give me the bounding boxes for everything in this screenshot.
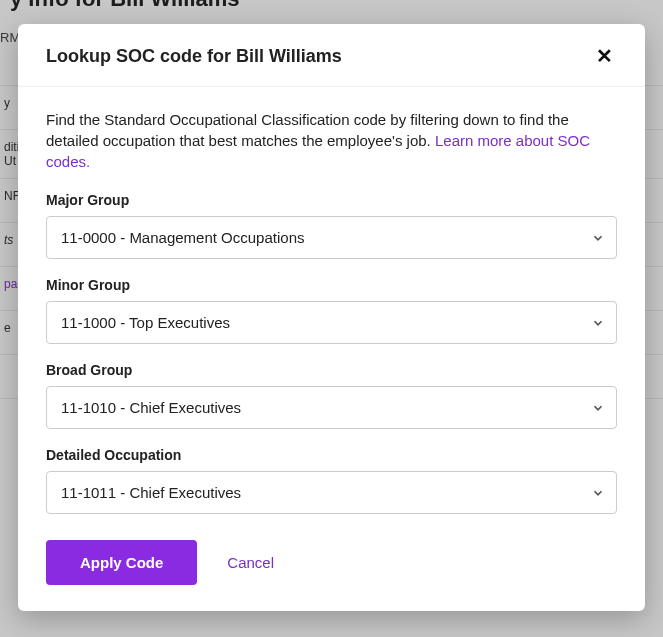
detailed-occupation-field: Detailed Occupation 11-1011 - Chief Exec…	[46, 447, 617, 514]
detailed-occupation-select-wrap: 11-1011 - Chief Executives	[46, 471, 617, 514]
cancel-button[interactable]: Cancel	[223, 548, 278, 577]
detailed-occupation-label: Detailed Occupation	[46, 447, 617, 463]
minor-group-select-wrap: 11-1000 - Top Executives	[46, 301, 617, 344]
minor-group-label: Minor Group	[46, 277, 617, 293]
minor-group-select[interactable]: 11-1000 - Top Executives	[46, 301, 617, 344]
detailed-occupation-select[interactable]: 11-1011 - Chief Executives	[46, 471, 617, 514]
major-group-select-wrap: 11-0000 - Management Occupations	[46, 216, 617, 259]
close-button[interactable]: ✕	[592, 42, 617, 70]
modal-actions: Apply Code Cancel	[46, 540, 617, 585]
major-group-field: Major Group 11-0000 - Management Occupat…	[46, 192, 617, 259]
modal-title: Lookup SOC code for Bill Williams	[46, 46, 342, 67]
major-group-select[interactable]: 11-0000 - Management Occupations	[46, 216, 617, 259]
modal-header: Lookup SOC code for Bill Williams ✕	[18, 24, 645, 87]
broad-group-label: Broad Group	[46, 362, 617, 378]
broad-group-select-wrap: 11-1010 - Chief Executives	[46, 386, 617, 429]
broad-group-select[interactable]: 11-1010 - Chief Executives	[46, 386, 617, 429]
broad-group-field: Broad Group 11-1010 - Chief Executives	[46, 362, 617, 429]
minor-group-field: Minor Group 11-1000 - Top Executives	[46, 277, 617, 344]
major-group-label: Major Group	[46, 192, 617, 208]
soc-lookup-modal: Lookup SOC code for Bill Williams ✕ Find…	[18, 24, 645, 611]
modal-description: Find the Standard Occupational Classific…	[46, 109, 617, 172]
apply-code-button[interactable]: Apply Code	[46, 540, 197, 585]
close-icon: ✕	[596, 45, 613, 67]
modal-body: Find the Standard Occupational Classific…	[18, 87, 645, 611]
